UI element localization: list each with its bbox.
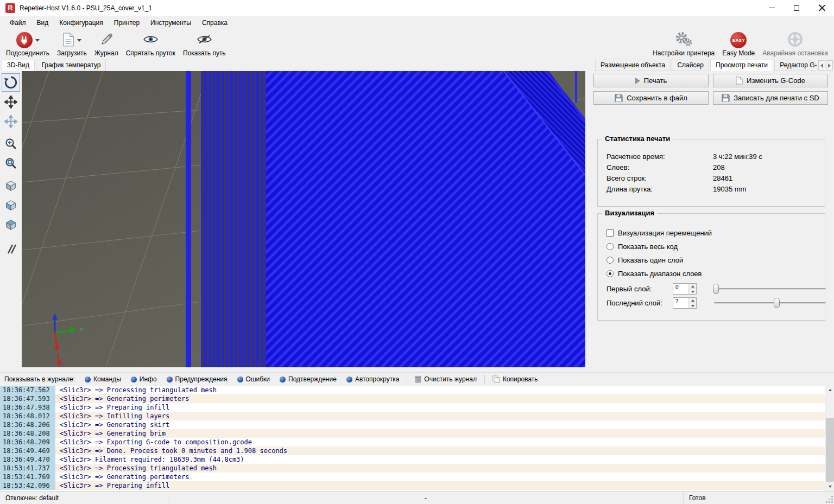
last-layer-slider[interactable] — [713, 297, 827, 309]
filter-autoscroll-button[interactable]: Автопрокрутка — [342, 374, 403, 384]
print-preview-panel: Печать Изменить G-Code Сохранить в файл … — [585, 71, 834, 372]
play-icon — [635, 78, 640, 84]
filter-info-button[interactable]: Инфо — [127, 374, 161, 384]
connect-button[interactable]: Подсоединить — [2, 29, 53, 60]
chevron-up-icon — [691, 285, 694, 288]
show-moves-option[interactable]: Визуализация перемещений — [606, 228, 712, 238]
filter-ack-button[interactable]: Подтверждение — [275, 374, 341, 384]
stat-value: 28461 — [713, 174, 732, 182]
spin-up-button[interactable] — [688, 298, 696, 303]
resize-grip[interactable] — [826, 496, 833, 503]
filter-errors-button[interactable]: Ошибки — [233, 374, 275, 384]
show-single-layer-option[interactable]: Показать один слой — [606, 255, 683, 265]
copy-log-button[interactable]: Копировать — [488, 374, 542, 384]
show-layer-range-option[interactable]: Показать диапазон слоев — [606, 269, 702, 278]
top-view-button[interactable] — [2, 215, 20, 234]
stat-label: Слоев: — [606, 163, 629, 171]
menu-view[interactable]: Вид — [31, 16, 54, 29]
first-layer-spinner[interactable]: 0 — [673, 283, 697, 295]
edit-gcode-button[interactable]: Изменить G-Code — [713, 74, 828, 87]
radio-selected-icon[interactable] — [606, 270, 614, 277]
log-message: <Slic3r> => Done. Process took 0 minutes… — [55, 446, 834, 455]
tab-scroll-left-button[interactable] — [818, 60, 825, 71]
stat-row: Всего строк: 28461 — [606, 174, 818, 185]
first-layer-slider[interactable] — [713, 283, 827, 295]
show-single-layer-label: Показать один слой — [618, 256, 683, 264]
log-timestamp: 18:53:42.096 — [0, 481, 55, 490]
maximize-button[interactable] — [784, 0, 809, 16]
save-to-sd-label: Записать для печати с SD — [734, 94, 819, 102]
tab-print-preview[interactable]: Просмотр печати — [710, 60, 773, 71]
menu-printer[interactable]: Принтер — [109, 16, 145, 29]
toolbar-separator — [407, 375, 407, 384]
scrollbar-thumb[interactable] — [826, 418, 834, 482]
slider-track — [714, 302, 826, 304]
trash-icon — [415, 375, 421, 383]
easy-mode-button[interactable]: EASY Easy Mode — [718, 29, 759, 60]
3d-viewport[interactable]: Y — [22, 71, 585, 367]
filter-commands-label: Команды — [93, 375, 121, 383]
parallel-projection-button[interactable] — [2, 240, 20, 258]
tab-object-placement[interactable]: Размещение объекта — [595, 60, 671, 71]
show-path-button[interactable]: Показать путь — [179, 29, 230, 60]
menu-tools[interactable]: Инструменты — [145, 16, 197, 29]
close-button[interactable] — [809, 0, 834, 16]
printer-settings-button[interactable]: Настройки принтера — [649, 29, 718, 60]
slider-thumb[interactable] — [774, 298, 780, 308]
tab-3d-view[interactable]: 3D-Вид — [2, 60, 35, 71]
log-timestamp: 18:36:48.209 — [0, 438, 55, 446]
hide-filament-button[interactable]: Спрятать пруток — [122, 29, 179, 60]
load-button[interactable]: Загрузить — [53, 29, 91, 60]
blue-dot-icon — [131, 377, 137, 382]
chevron-up-icon — [829, 389, 832, 391]
menu-file[interactable]: Файл — [4, 16, 31, 29]
menu-help[interactable]: Справка — [197, 16, 233, 29]
scroll-up-button[interactable] — [825, 386, 834, 394]
save-to-file-button[interactable]: Сохранить в файл — [593, 91, 709, 105]
rotate-view-button[interactable] — [2, 73, 20, 92]
checkbox-icon[interactable] — [606, 229, 614, 237]
spin-up-button[interactable] — [688, 284, 696, 289]
minimize-button[interactable] — [759, 0, 784, 16]
zoom-fit-button[interactable] — [2, 154, 20, 173]
filter-warnings-button[interactable]: Предупреждения — [162, 374, 232, 384]
slider-thumb[interactable] — [713, 284, 719, 294]
spin-down-button[interactable] — [688, 303, 696, 308]
move-object-button[interactable] — [2, 112, 20, 131]
log-timestamp: 18:53:41.737 — [0, 464, 55, 473]
scroll-down-button[interactable] — [825, 482, 834, 491]
copy-icon — [492, 375, 500, 383]
front-view-button[interactable] — [2, 196, 20, 214]
save-to-sd-button[interactable]: Записать для печати с SD — [713, 91, 828, 105]
print-button[interactable]: Печать — [593, 74, 709, 87]
zoom-in-button[interactable] — [2, 135, 20, 153]
filter-commands-button[interactable]: Команды — [80, 374, 125, 384]
filter-info-label: Инфо — [140, 375, 157, 383]
log-scrollbar[interactable] — [825, 386, 834, 491]
log-timestamp: 18:36:48.206 — [0, 420, 55, 429]
emergency-stop-button[interactable]: Аварийная остановка — [759, 29, 832, 60]
stat-value: 3 ч:22 мин:39 с — [713, 152, 762, 161]
page-icon — [736, 76, 743, 85]
isometric-view-button[interactable] — [2, 176, 20, 195]
chevron-down-icon[interactable] — [77, 39, 81, 42]
tab-scroll-right-button[interactable] — [826, 60, 833, 71]
log-row: 18:36:48.012<Slic3r> => Infilling layers — [0, 412, 834, 420]
chevron-down-icon[interactable] — [35, 39, 40, 42]
tab-slicer[interactable]: Слайсер — [672, 60, 709, 71]
visualization-title: Визуализация — [602, 209, 657, 217]
move-viewport-button[interactable] — [2, 93, 20, 111]
last-layer-spinner[interactable]: 7 — [673, 297, 697, 309]
connection-status: Отключен: default — [0, 492, 168, 504]
radio-icon[interactable] — [606, 243, 614, 250]
journal-button[interactable]: Журнал — [91, 29, 122, 60]
log-area[interactable]: 18:36:47.562<Slic3r> => Processing trian… — [0, 386, 834, 491]
radio-icon[interactable] — [606, 257, 614, 264]
clear-log-button[interactable]: Очистить журнал — [410, 374, 481, 384]
filter-warnings-label: Предупреждения — [175, 375, 228, 383]
spin-down-button[interactable] — [688, 289, 696, 294]
menu-config[interactable]: Конфигурация — [54, 16, 109, 29]
tab-temp-graph[interactable]: График температур — [36, 60, 106, 71]
tab-gcode-editor[interactable]: Редактор G-Кода — [774, 60, 817, 71]
show-all-option[interactable]: Показать весь код — [606, 241, 678, 251]
